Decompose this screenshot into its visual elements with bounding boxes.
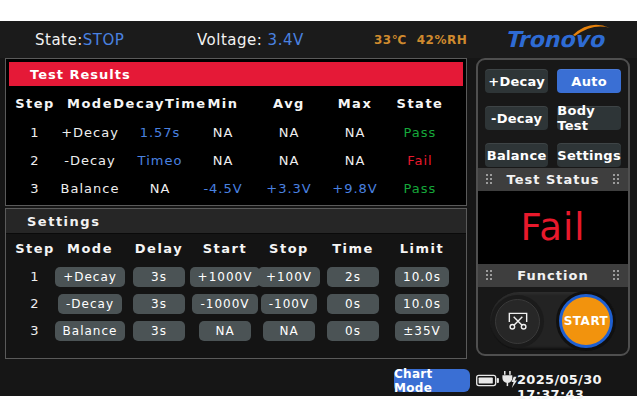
power-plug-charging-icon <box>501 370 517 389</box>
col-stop: Stop <box>269 241 309 256</box>
cell-step: 2 <box>30 153 39 168</box>
function-controls: START <box>478 287 628 354</box>
setting-start-button[interactable]: NA <box>199 321 251 341</box>
grip-dots-icon[interactable] <box>613 270 620 281</box>
setting-mode-button[interactable]: Balance <box>55 321 126 341</box>
scissors-cut-icon <box>505 308 531 334</box>
col-step: Step <box>15 241 55 256</box>
settings-mode-button[interactable]: Settings <box>557 143 621 167</box>
auto-mode-button[interactable]: Auto <box>557 69 621 93</box>
state-label: State: <box>35 31 83 49</box>
col-delay: Delay <box>135 241 183 256</box>
grip-dots-icon[interactable] <box>486 174 493 185</box>
settings-header: Settings <box>6 209 466 234</box>
settings-title: Settings <box>27 214 100 229</box>
body-test-mode-button[interactable]: Body Test <box>557 106 621 130</box>
cell-mode: Balance <box>61 181 120 196</box>
col-start: Start <box>203 241 247 256</box>
top-status-bar: State:STOP Voltage: 3.4V 33℃ 42%RH Trono… <box>0 21 637 58</box>
col-state: State <box>397 96 444 111</box>
cell-avg: +3.3V <box>266 181 311 196</box>
cell-state: Fail <box>407 153 432 168</box>
cell-min: NA <box>213 153 234 168</box>
cell-avg: NA <box>279 153 300 168</box>
setting-delay-button[interactable]: 3s <box>133 267 185 287</box>
setting-mode-button[interactable]: +Decay <box>55 267 125 287</box>
cell-max: NA <box>345 153 366 168</box>
table-row: 1 +Decay 3s +1000V +100V 2s 10.0s <box>6 263 466 290</box>
cell-step: 1 <box>30 269 39 284</box>
cell-min: -4.5V <box>203 181 242 196</box>
setting-start-button[interactable]: +1000V <box>190 267 261 287</box>
setting-delay-button[interactable]: 3s <box>133 321 185 341</box>
col-mode: Mode <box>67 241 113 256</box>
test-status-title: Test Status <box>507 172 600 187</box>
function-header: Function <box>478 264 628 287</box>
datetime-display: 2025/05/30 17:37:43 <box>517 372 637 402</box>
col-avg: Avg <box>273 96 305 111</box>
setting-stop-button[interactable]: -100V <box>261 294 317 314</box>
setting-limit-button[interactable]: 10.0s <box>395 294 449 314</box>
test-results-title: Test Results <box>30 67 131 82</box>
cell-step: 2 <box>30 296 39 311</box>
table-row: 1 +Decay 1.57s NA NA NA Pass <box>6 118 466 146</box>
cell-decaytime: Timeo <box>138 153 183 168</box>
test-results-panel: Test Results Step Mode DecayTime Min Avg… <box>5 58 467 206</box>
table-row: 3 Balance 3s NA NA 0s ±35V <box>6 317 466 344</box>
cell-state: Pass <box>404 181 437 196</box>
setting-start-button[interactable]: -1000V <box>192 294 257 314</box>
table-row: 3 Balance NA -4.5V +3.3V +9.8V Pass <box>6 174 466 202</box>
voltage-label: Voltage: <box>197 31 262 49</box>
test-status-value: Fail <box>520 206 585 249</box>
setting-time-button[interactable]: 0s <box>327 321 379 341</box>
setting-mode-button[interactable]: -Decay <box>58 294 122 314</box>
cell-max: +9.8V <box>332 181 377 196</box>
setting-time-button[interactable]: 2s <box>327 267 379 287</box>
mode-button-grid: +Decay Auto -Decay Body Test Balance Set… <box>485 69 621 167</box>
stop-cut-button[interactable] <box>495 299 540 344</box>
settings-column-header: Step Mode Delay Start Stop Time Limit <box>6 234 466 263</box>
setting-delay-button[interactable]: 3s <box>133 294 185 314</box>
col-limit: Limit <box>400 241 444 256</box>
cell-min: NA <box>213 125 234 140</box>
temperature-value: 33℃ <box>374 33 407 47</box>
start-button[interactable]: START <box>559 294 613 348</box>
grip-dots-icon[interactable] <box>613 174 620 185</box>
setting-stop-button[interactable]: +100V <box>258 267 320 287</box>
grip-dots-icon[interactable] <box>486 270 493 281</box>
col-mode: Mode <box>67 96 113 111</box>
settings-panel: Settings Step Mode Delay Start Stop Time… <box>5 208 467 359</box>
brand-logo: Tronovo <box>505 21 604 58</box>
col-min: Min <box>207 96 238 111</box>
cell-step: 3 <box>30 323 39 338</box>
humidity-value: 42%RH <box>417 33 468 47</box>
setting-time-button[interactable]: 0s <box>327 294 379 314</box>
chart-mode-button[interactable]: Chart Mode <box>394 369 470 392</box>
test-results-header: Test Results <box>9 62 463 86</box>
cell-mode: -Decay <box>64 153 116 168</box>
setting-limit-button[interactable]: ±35V <box>395 321 449 341</box>
table-row: 2 -Decay Timeo NA NA NA Fail <box>6 146 466 174</box>
cell-step: 3 <box>30 181 39 196</box>
battery-icon <box>476 374 499 387</box>
cell-step: 1 <box>30 125 39 140</box>
function-title: Function <box>517 268 588 283</box>
col-time: Time <box>332 241 374 256</box>
test-status-display: Fail <box>478 191 628 264</box>
setting-stop-button[interactable]: NA <box>263 321 315 341</box>
test-results-column-header: Step Mode DecayTime Min Avg Max State <box>6 89 466 118</box>
start-button-label: START <box>564 314 609 328</box>
cell-avg: NA <box>279 125 300 140</box>
cell-decaytime: 1.57s <box>140 125 181 140</box>
state-indicator: State:STOP <box>35 21 124 58</box>
minus-decay-mode-button[interactable]: -Decay <box>485 106 548 130</box>
control-sidebar: +Decay Auto -Decay Body Test Balance Set… <box>476 58 630 356</box>
cell-max: NA <box>345 125 366 140</box>
device-screen: State:STOP Voltage: 3.4V 33℃ 42%RH Trono… <box>0 21 637 396</box>
col-max: Max <box>338 96 373 111</box>
cell-mode: +Decay <box>61 125 119 140</box>
setting-limit-button[interactable]: 10.0s <box>395 267 449 287</box>
balance-mode-button[interactable]: Balance <box>485 143 548 167</box>
plus-decay-mode-button[interactable]: +Decay <box>485 69 548 93</box>
col-step: Step <box>15 96 55 111</box>
